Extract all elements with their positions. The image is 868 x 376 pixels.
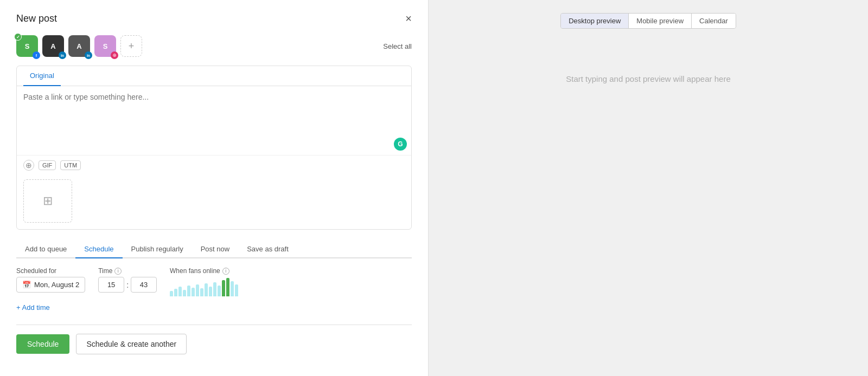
chart-bar (209, 287, 212, 296)
fans-online-label: When fans online i (170, 267, 238, 275)
check-badge-1: ✓ (14, 33, 22, 41)
preview-placeholder: Start typing and post preview will appea… (566, 74, 731, 83)
network-badge-ig: ◎ (111, 51, 118, 59)
chart-bar (200, 288, 203, 296)
chart-bar (213, 282, 216, 296)
media-upload-placeholder[interactable]: ⊞ (23, 179, 72, 223)
tab-publish-regularly[interactable]: Publish regularly (123, 241, 192, 258)
editor-toolbar: ⊕ GIF UTM (17, 155, 411, 175)
network-badge-in2: in (85, 51, 92, 59)
divider (16, 325, 412, 325)
modal-header: New post × (16, 13, 412, 24)
right-panel: Desktop preview Mobile preview Calendar … (429, 0, 868, 376)
fans-online-info-icon[interactable]: i (222, 268, 229, 275)
chart-bar (183, 290, 186, 296)
chart-bar (222, 280, 225, 296)
accounts-row: S ✓ f A in A in S ◎ + (16, 35, 142, 57)
chart-bar (226, 278, 229, 296)
add-time-button[interactable]: + Add time (16, 303, 50, 312)
avatar-initials-3: A (76, 42, 81, 50)
gif-button[interactable]: GIF (39, 160, 56, 170)
close-button[interactable]: × (405, 13, 412, 24)
account-avatar-1[interactable]: S ✓ f (16, 35, 38, 57)
chart-bar (196, 284, 199, 296)
time-label: Time i (98, 267, 157, 275)
preview-tabs: Desktop preview Mobile preview Calendar (560, 13, 736, 29)
fans-online-group: When fans online i (170, 267, 238, 296)
chart-bar (218, 286, 221, 296)
avatar-initials-2: A (50, 42, 55, 50)
date-input[interactable]: 📅 Mon, August 2 (16, 277, 85, 293)
accounts-header-row: S ✓ f A in A in S ◎ + (16, 35, 412, 57)
emoji-button[interactable]: ⊕ (23, 160, 34, 171)
chart-bar (205, 283, 208, 296)
tab-schedule[interactable]: Schedule (75, 241, 122, 258)
left-panel: New post × S ✓ f A in A in (0, 0, 429, 376)
date-value: Mon, August 2 (34, 281, 79, 289)
add-account-button[interactable]: + (120, 35, 142, 57)
tab-mobile-preview[interactable]: Mobile preview (629, 14, 692, 28)
chart-bar (187, 286, 190, 296)
tab-post-now[interactable]: Post now (192, 241, 238, 258)
schedule-create-button[interactable]: Schedule & create another (76, 334, 187, 354)
tab-add-to-queue[interactable]: Add to queue (16, 241, 75, 258)
account-avatar-3[interactable]: A in (68, 35, 90, 57)
post-editor: Original G ⊕ GIF UTM ⊞ (16, 66, 412, 230)
scheduled-for-group: Scheduled for 📅 Mon, August 2 (16, 267, 85, 293)
chart-bar (235, 284, 238, 296)
calendar-icon: 📅 (22, 281, 31, 289)
tab-calendar[interactable]: Calendar (692, 14, 736, 28)
time-info-icon[interactable]: i (114, 268, 122, 275)
select-all-link[interactable]: Select all (383, 42, 412, 50)
action-buttons: Schedule Schedule & create another (16, 334, 412, 354)
time-hours-input[interactable] (98, 277, 124, 293)
time-input-row: : (98, 277, 157, 293)
account-avatar-4[interactable]: S ◎ (94, 35, 116, 57)
tab-save-as-draft[interactable]: Save as draft (238, 241, 297, 258)
avatar-initials-1: S (25, 42, 30, 50)
editor-content: G (17, 86, 411, 155)
scheduled-for-label: Scheduled for (16, 267, 85, 275)
schedule-button[interactable]: Schedule (16, 334, 69, 354)
tab-original[interactable]: Original (23, 66, 61, 86)
tab-desktop-preview[interactable]: Desktop preview (561, 14, 629, 28)
avatar-initials-4: S (103, 42, 108, 50)
network-badge-in1: in (59, 51, 66, 59)
grammarly-icon[interactable]: G (394, 138, 407, 151)
chart-bar (192, 288, 195, 296)
time-group: Time i : (98, 267, 157, 293)
account-avatar-2[interactable]: A in (42, 35, 64, 57)
media-upload-icon: ⊞ (43, 194, 53, 208)
post-textarea[interactable] (23, 93, 405, 147)
time-colon: : (126, 281, 129, 289)
chart-bar (170, 291, 173, 296)
utm-button[interactable]: UTM (60, 160, 81, 170)
chart-bar (174, 289, 177, 296)
fans-online-chart (170, 277, 238, 296)
time-minutes-input[interactable] (131, 277, 157, 293)
editor-tabs: Original (17, 66, 411, 86)
schedule-tabs: Add to queue Schedule Publish regularly … (16, 241, 412, 258)
chart-bar (231, 281, 234, 296)
modal-container: New post × S ✓ f A in A in (0, 0, 868, 376)
network-badge-fb: f (33, 51, 40, 59)
modal-title: New post (16, 13, 412, 24)
schedule-form: Scheduled for 📅 Mon, August 2 Time i : (16, 267, 412, 296)
chart-bar (178, 287, 182, 296)
